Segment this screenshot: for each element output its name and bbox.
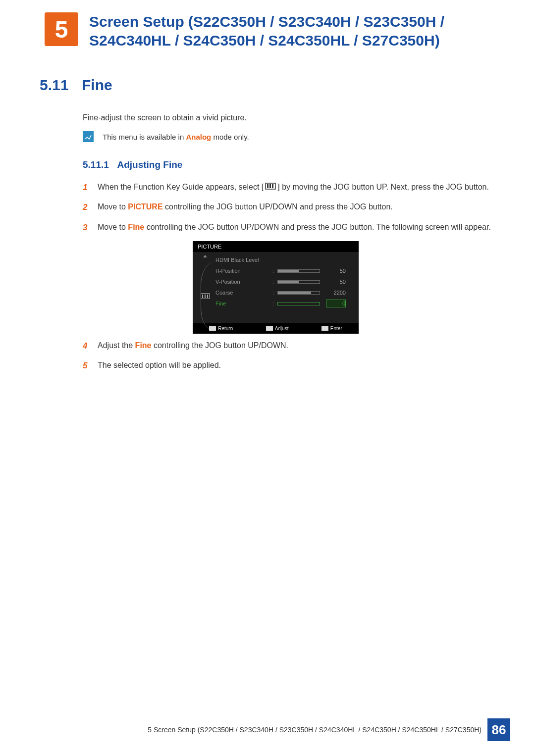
menu-icon bbox=[265, 181, 276, 194]
osd-adjust-label: Adjust bbox=[275, 326, 289, 331]
step-body: When the Function Key Guide appears, sel… bbox=[98, 181, 535, 194]
step-body: Move to PICTURE controlling the JOG butt… bbox=[98, 201, 535, 214]
osd-value: 0 bbox=[326, 300, 346, 307]
step-number: 5 bbox=[83, 359, 98, 372]
osd-label: V-Position bbox=[215, 279, 272, 285]
osd-value: 2200 bbox=[326, 290, 346, 296]
svg-rect-3 bbox=[269, 184, 271, 188]
step-4-text-b: controlling the JOG button UP/DOWN. bbox=[152, 341, 289, 350]
osd-label: HDMI Black Level bbox=[215, 257, 272, 263]
osd-preview: PICTURE HDMI Black Level H-Position : 5 bbox=[193, 241, 359, 334]
note-suffix: mode only. bbox=[211, 133, 249, 141]
arrow-up-icon bbox=[203, 255, 207, 257]
osd-adjust: Adjust bbox=[266, 326, 289, 331]
svg-point-0 bbox=[85, 138, 86, 139]
osd-return: Return bbox=[209, 326, 233, 331]
note-prefix: This menu is available in bbox=[103, 133, 186, 141]
chapter-title: Screen Setup (S22C350H / S23C340H / S23C… bbox=[89, 12, 510, 50]
step-3-text-a: Move to bbox=[98, 223, 128, 231]
step-list: 1 When the Function Key Guide appears, s… bbox=[83, 181, 535, 373]
osd-colon: : bbox=[272, 290, 277, 296]
step-number: 3 bbox=[83, 221, 98, 234]
adjust-icon bbox=[266, 326, 273, 331]
step-number: 4 bbox=[83, 340, 98, 353]
osd-colon: : bbox=[272, 301, 277, 306]
note-row: This menu is available in Analog mode on… bbox=[83, 131, 535, 142]
osd-label: Fine bbox=[215, 301, 272, 306]
step-number: 1 bbox=[83, 181, 98, 194]
chapter-badge: 5 bbox=[45, 12, 78, 46]
svg-rect-2 bbox=[267, 184, 268, 188]
section-heading: 5.11 Fine bbox=[40, 77, 535, 94]
osd-value: 50 bbox=[326, 268, 346, 274]
step-5: 5 The selected option will be applied. bbox=[83, 359, 535, 372]
osd-title: PICTURE bbox=[193, 241, 359, 252]
section-number: 5.11 bbox=[40, 77, 82, 94]
osd-row-vposition: V-Position : 50 bbox=[215, 277, 354, 287]
osd-row-hposition: H-Position : 50 bbox=[215, 266, 354, 276]
step-body: Move to Fine controlling the JOG button … bbox=[98, 221, 535, 234]
subsection-number: 5.11.1 bbox=[83, 159, 115, 170]
note-icon bbox=[83, 131, 94, 142]
step-3-keyword: Fine bbox=[128, 223, 144, 231]
step-body: Adjust the Fine controlling the JOG butt… bbox=[98, 340, 535, 353]
step-2: 2 Move to PICTURE controlling the JOG bu… bbox=[83, 201, 535, 214]
osd-footer: Return Adjust Enter bbox=[193, 323, 359, 334]
section-title: Fine bbox=[82, 77, 112, 94]
step-4: 4 Adjust the Fine controlling the JOG bu… bbox=[83, 340, 535, 353]
osd-enter-label: Enter bbox=[330, 326, 342, 331]
osd-colon: : bbox=[272, 279, 277, 285]
subsection-title: Adjusting Fine bbox=[117, 159, 182, 170]
osd-enter: Enter bbox=[321, 326, 342, 331]
enter-icon bbox=[321, 326, 328, 331]
osd-slider bbox=[277, 302, 320, 305]
osd-slider bbox=[277, 291, 320, 295]
step-2-keyword: PICTURE bbox=[128, 202, 162, 211]
step-3: 3 Move to Fine controlling the JOG butto… bbox=[83, 221, 535, 234]
step-2-text-a: Move to bbox=[98, 202, 128, 211]
osd-row-hdmi: HDMI Black Level bbox=[215, 255, 354, 265]
osd-rows: HDMI Black Level H-Position : 50 V-Posit… bbox=[215, 255, 354, 309]
step-2-text-b: controlling the JOG button UP/DOWN and p… bbox=[163, 202, 393, 211]
step-4-keyword: Fine bbox=[135, 341, 152, 350]
svg-rect-4 bbox=[272, 184, 273, 188]
osd-label: H-Position bbox=[215, 268, 272, 274]
osd-colon: : bbox=[272, 268, 277, 274]
osd-row-coarse: Coarse : 2200 bbox=[215, 288, 354, 298]
step-number: 2 bbox=[83, 201, 98, 214]
step-4-text-a: Adjust the bbox=[98, 341, 135, 350]
osd-label: Coarse bbox=[215, 290, 272, 296]
footer-text: 5 Screen Setup (S22C350H / S23C340H / S2… bbox=[148, 726, 482, 734]
osd-row-fine-selected: Fine : 0 bbox=[215, 299, 354, 308]
note-text: This menu is available in Analog mode on… bbox=[103, 133, 249, 141]
page-header: 5 Screen Setup (S22C350H / S23C340H / S2… bbox=[0, 0, 535, 50]
osd-slider bbox=[277, 269, 320, 273]
osd-body: HDMI Black Level H-Position : 50 V-Posit… bbox=[193, 252, 359, 323]
osd-slider bbox=[277, 280, 320, 284]
step-1-text-a: When the Function Key Guide appears, sel… bbox=[98, 183, 264, 191]
step-1: 1 When the Function Key Guide appears, s… bbox=[83, 181, 535, 194]
osd-value: 50 bbox=[326, 279, 346, 285]
osd-return-label: Return bbox=[218, 326, 233, 331]
subsection: 5.11.1 Adjusting Fine 1 When the Functio… bbox=[83, 159, 535, 373]
osd-side bbox=[198, 255, 213, 309]
step-3-text-b: controlling the JOG button UP/DOWN and p… bbox=[144, 223, 491, 231]
step-body: The selected option will be applied. bbox=[98, 359, 535, 372]
section-intro: Fine-adjust the screen to obtain a vivid… bbox=[83, 113, 535, 122]
picture-category-icon bbox=[201, 293, 210, 299]
step-1-text-b: ] by moving the JOG button UP. Next, pre… bbox=[277, 183, 489, 191]
return-icon bbox=[209, 326, 216, 331]
page-footer: 5 Screen Setup (S22C350H / S23C340H / S2… bbox=[148, 718, 510, 741]
page-number: 86 bbox=[487, 718, 510, 741]
note-mode: Analog bbox=[186, 133, 211, 141]
